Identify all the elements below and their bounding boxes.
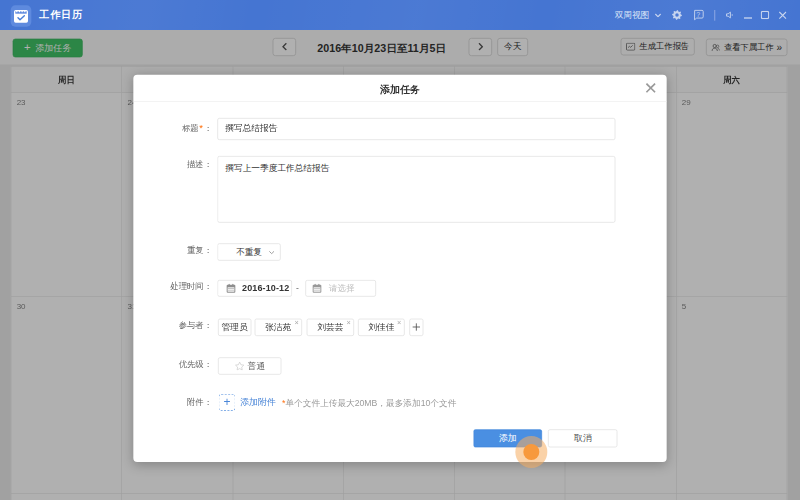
- svg-text:?: ?: [696, 11, 700, 18]
